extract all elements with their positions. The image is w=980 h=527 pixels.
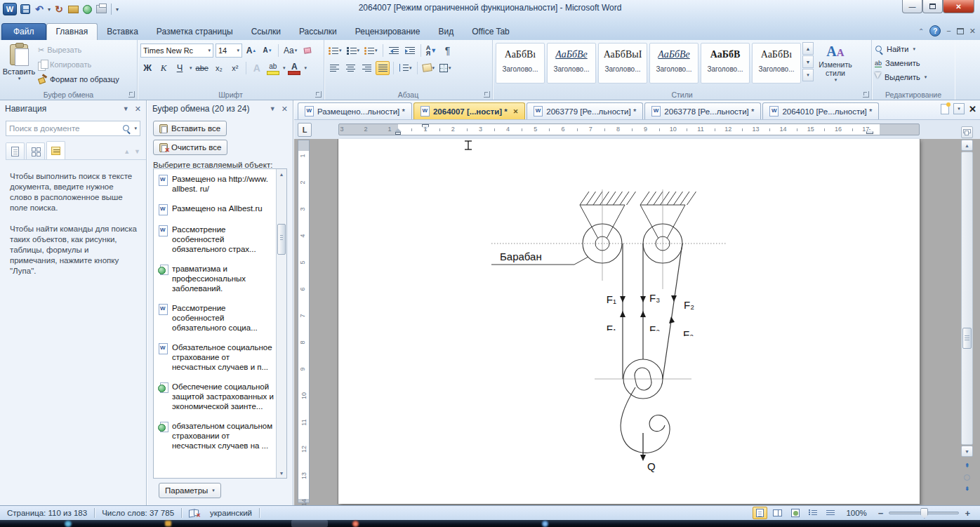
document-tab[interactable]: 2064010 [Ре...льности] * <box>762 102 879 119</box>
document-search-input[interactable]: Поиск в документе ▾ <box>6 121 140 136</box>
clipboard-dialog-launcher[interactable] <box>128 91 135 98</box>
nav-tab-pages[interactable] <box>26 142 45 159</box>
previous-page-icon[interactable]: ⇞ <box>961 460 973 471</box>
taskbar-active-app[interactable] <box>291 520 328 527</box>
tab-page-layout[interactable]: Разметка страницы <box>147 24 242 40</box>
tab-stop-selector[interactable]: L <box>298 123 312 137</box>
italic-button[interactable]: К <box>157 61 171 75</box>
clipboard-close-icon[interactable]: ✕ <box>282 105 288 114</box>
language-indicator[interactable]: украинский <box>203 509 259 517</box>
style-card[interactable]: АаБбВı Заголово... <box>496 43 545 84</box>
scroll-up-icon[interactable]: ▲ <box>277 169 286 179</box>
taskbar-app-icon[interactable] <box>165 521 171 526</box>
find-button[interactable]: Найти▾ <box>875 42 952 56</box>
nav-tab-results[interactable] <box>46 141 65 159</box>
grow-font-button[interactable]: А▲ <box>244 44 258 58</box>
superscript-button[interactable]: x² <box>228 61 242 75</box>
zoom-in-icon[interactable]: + <box>962 508 973 519</box>
navigation-dropdown-icon[interactable]: ▼ <box>123 105 129 112</box>
tab-list-dropdown-icon[interactable]: ▾ <box>953 103 965 114</box>
search-dropdown-icon[interactable]: ▾ <box>134 126 137 131</box>
v-ruler[interactable]: 1234567891011121314 <box>298 140 310 503</box>
zoom-out-icon[interactable]: − <box>875 508 887 519</box>
tab-file[interactable]: Файл <box>1 23 46 40</box>
view-ruler-toggle[interactable] <box>961 126 973 138</box>
new-document-icon[interactable] <box>941 104 949 114</box>
scroll-up-arrow-icon[interactable]: ▲ <box>961 140 973 151</box>
document-tab[interactable]: 2063779 [Ре...льности] * <box>527 102 643 119</box>
windows-taskbar[interactable] <box>0 520 980 527</box>
document-tab[interactable]: 2064007 [...ности] * ✕ <box>413 102 525 119</box>
next-page-icon[interactable]: ⇟ <box>961 483 973 494</box>
select-button[interactable]: Выделить▾ <box>875 70 952 84</box>
page-indicator[interactable]: Страница: 110 из 183 <box>0 509 94 517</box>
font-color-button[interactable]: А <box>287 61 301 75</box>
clear-all-button[interactable]: Очистить все <box>153 140 227 155</box>
style-card[interactable]: АаБбВе Заголово... <box>547 43 596 84</box>
tab-view[interactable]: Вид <box>429 24 463 40</box>
justify-button[interactable] <box>376 61 390 75</box>
close-document-icon[interactable]: ✕ <box>969 104 976 114</box>
align-right-button[interactable] <box>359 61 373 75</box>
style-card[interactable]: АаБбВыІ Заголово... <box>598 43 647 84</box>
clipboard-scrollbar[interactable]: ▲ ▼ <box>276 169 286 478</box>
underline-dropdown-icon[interactable]: ▾ <box>190 65 192 71</box>
spellcheck-icon[interactable] <box>189 509 200 517</box>
clear-formatting-button[interactable] <box>300 44 314 58</box>
clipboard-item[interactable]: обязательном социальном страховании от н… <box>158 421 274 451</box>
doc-close-icon[interactable]: ✕ <box>969 27 976 36</box>
strikethrough-button[interactable]: abe <box>194 61 210 75</box>
underline-button[interactable]: Ч <box>173 61 187 75</box>
paste-all-button[interactable]: Вставить все <box>153 121 227 136</box>
doc-minimize-icon[interactable]: − <box>946 27 951 35</box>
highlight-dropdown-icon[interactable]: ▾ <box>283 65 286 71</box>
copy-button[interactable]: Копировать <box>38 58 119 72</box>
doc-restore-icon[interactable] <box>957 28 964 34</box>
clipboard-scroll-thumb[interactable] <box>277 224 286 255</box>
gallery-down-icon[interactable]: ▼ <box>802 55 814 68</box>
navigation-close-icon[interactable]: ✕ <box>135 105 141 114</box>
change-styles-button[interactable]: АА Изменить стили ▾ <box>814 42 857 87</box>
increase-indent-button[interactable] <box>403 44 417 58</box>
clipboard-item[interactable]: Обязательное социальное страхование от н… <box>158 342 274 372</box>
paste-button[interactable]: Вставить ▾ <box>3 42 35 87</box>
multilevel-list-button[interactable]: ▾ <box>363 44 379 58</box>
draft-view-button[interactable] <box>823 507 837 519</box>
restore-button[interactable] <box>922 0 943 13</box>
style-card[interactable]: АаБбВ Заголово... <box>701 43 750 84</box>
taskbar-app-icon-red[interactable] <box>352 521 359 527</box>
document-page[interactable]: Барабан F₁ F₃ F₂ F₁ F₂ <box>338 139 920 504</box>
scroll-down-arrow-icon[interactable]: ▼ <box>961 446 973 457</box>
zoom-slider[interactable] <box>889 512 959 514</box>
options-button[interactable]: Параметры▾ <box>159 483 221 498</box>
nav-tab-headings[interactable] <box>6 142 25 159</box>
select-browse-object-icon[interactable] <box>964 474 970 481</box>
next-result-icon[interactable]: ▼ <box>134 148 140 155</box>
tab-review[interactable]: Рецензирование <box>346 24 430 40</box>
left-indent-marker[interactable] <box>395 132 401 135</box>
tab-close-icon[interactable]: ✕ <box>513 108 519 115</box>
style-card[interactable]: АаБбВı Заголово... <box>752 43 801 84</box>
collapse-ribbon-icon[interactable]: ⌃ <box>918 27 924 35</box>
shading-button[interactable]: ▾ <box>421 61 437 75</box>
zoom-slider-thumb[interactable] <box>920 508 928 519</box>
zoom-level[interactable]: 100% <box>840 509 872 517</box>
scrollbar-thumb[interactable] <box>962 328 972 349</box>
prev-result-icon[interactable]: ▲ <box>124 148 130 155</box>
tab-office-tab[interactable]: Office Tab <box>463 24 519 40</box>
clipboard-dropdown-icon[interactable]: ▼ <box>270 105 276 112</box>
clipboard-item[interactable]: Размещено на Allbest.ru <box>158 204 274 215</box>
decrease-indent-button[interactable] <box>387 44 401 58</box>
tab-references[interactable]: Ссылки <box>242 24 290 40</box>
tab-home[interactable]: Главная <box>46 23 98 40</box>
highlight-color-button[interactable]: ab <box>266 61 280 75</box>
scrollbar-track[interactable] <box>961 152 973 445</box>
tab-insert[interactable]: Вставка <box>98 24 147 40</box>
bold-button[interactable]: Ж <box>140 61 154 75</box>
fullscreen-reading-view-button[interactable] <box>770 507 785 519</box>
numbering-button[interactable]: ▾ <box>345 44 362 58</box>
sort-button[interactable]: АЯ▼ <box>425 44 439 58</box>
bullets-button[interactable]: ▾ <box>327 44 343 58</box>
close-button[interactable]: ✕ <box>943 0 974 13</box>
clipboard-item[interactable]: Рассмотрение особенностей обязательного … <box>158 225 274 254</box>
